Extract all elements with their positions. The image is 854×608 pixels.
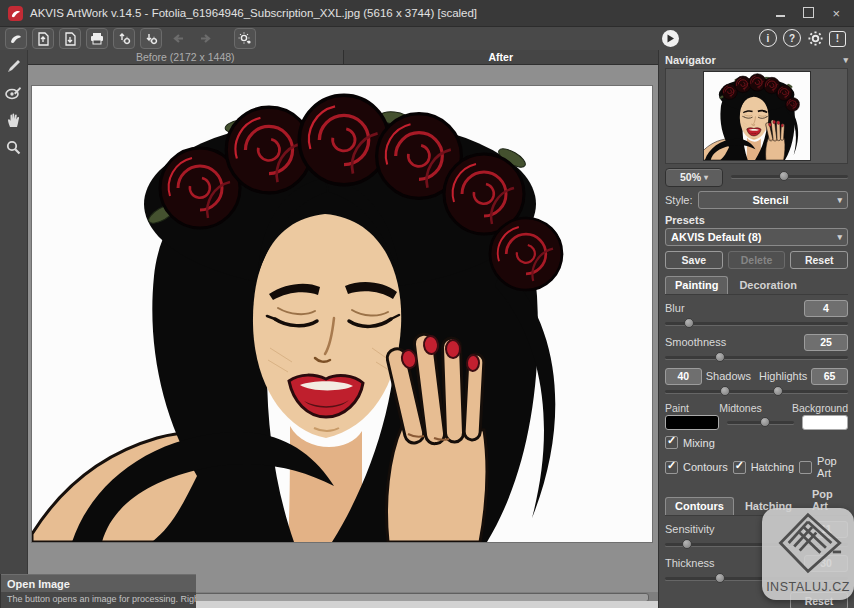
save-image-button[interactable]: [59, 28, 81, 49]
akvis-home-button[interactable]: [5, 28, 27, 49]
tab-contours[interactable]: Contours: [665, 497, 734, 515]
navigator-collapse-icon[interactable]: ▾: [843, 55, 848, 65]
smoothness-value[interactable]: 25: [804, 334, 848, 351]
style-label: Style:: [665, 194, 693, 206]
save-preset-button[interactable]: Save: [665, 251, 723, 269]
zoom-slider-track[interactable]: [731, 175, 848, 178]
watermark-text: INSTALUJ.CZ: [766, 580, 850, 594]
smoothness-slider-track[interactable]: [665, 356, 848, 359]
shadows-highlights-track[interactable]: [665, 390, 848, 393]
redo-button[interactable]: [194, 28, 216, 49]
tab-painting[interactable]: Painting: [665, 276, 728, 294]
sensitivity-label: Sensitivity: [665, 523, 715, 535]
thickness-slider-knob[interactable]: [715, 573, 725, 583]
maximize-icon: [803, 7, 814, 18]
hand-tool-button[interactable]: [3, 110, 24, 130]
import-presets-button[interactable]: [113, 28, 135, 49]
undo-button[interactable]: [167, 28, 189, 49]
view-tabs: Before (2172 x 1448) After: [28, 50, 658, 65]
preview-brush-tool-button[interactable]: [3, 83, 24, 103]
style-dropdown[interactable]: Stencil ▾: [698, 191, 848, 209]
preview-brush-icon: [5, 85, 22, 101]
zoom-slider[interactable]: [731, 172, 848, 182]
open-file-icon: [37, 32, 50, 46]
shadows-label: Shadows: [706, 370, 751, 382]
pencil-tool-button[interactable]: [3, 56, 24, 76]
hint-body: The button opens an image for processing…: [1, 592, 196, 608]
delete-preset-button[interactable]: Delete: [728, 251, 786, 269]
navigator-thumbnail[interactable]: [704, 72, 810, 160]
tab-before[interactable]: Before (2172 x 1448): [28, 50, 344, 64]
midtones-slider-knob[interactable]: [760, 417, 770, 427]
chevron-down-icon: ▾: [704, 173, 708, 182]
navigator-preview[interactable]: [665, 68, 848, 164]
popart-checkbox-label: Pop Art: [817, 455, 848, 479]
shadows-slider-knob[interactable]: [720, 386, 730, 396]
maximize-button[interactable]: [803, 7, 814, 20]
close-button[interactable]: ×: [832, 7, 840, 20]
midtones-slider[interactable]: [727, 418, 794, 428]
check-icon: ✓: [667, 459, 676, 472]
app-logo-icon: [8, 6, 23, 21]
highlights-slider-knob[interactable]: [773, 386, 783, 396]
contours-checkbox-label: Contours: [683, 461, 728, 473]
contours-checkbox[interactable]: ✓: [665, 461, 678, 474]
chevron-down-icon: ▾: [837, 232, 842, 242]
minimize-icon: [776, 15, 785, 17]
tab-after[interactable]: After: [344, 50, 659, 64]
reset-preset-button[interactable]: Reset: [790, 251, 848, 269]
image-canvas-area: Before (2172 x 1448) After: [28, 50, 658, 608]
preferences-quick-button[interactable]: [234, 28, 256, 49]
run-processing-button[interactable]: [662, 30, 679, 47]
shadows-value[interactable]: 40: [665, 368, 702, 385]
redo-arrow-icon: [199, 33, 212, 44]
export-presets-button[interactable]: [140, 28, 162, 49]
feedback-button[interactable]: !: [829, 31, 846, 47]
help-icon: ?: [789, 33, 795, 44]
hatching-checkbox[interactable]: ✓: [733, 461, 746, 474]
smoothness-slider-knob[interactable]: [715, 352, 725, 362]
hand-icon: [6, 112, 21, 128]
sensitivity-slider-knob[interactable]: [682, 539, 692, 549]
zoom-level-dropdown[interactable]: 50% ▾: [665, 168, 723, 187]
presets-label: Presets: [665, 214, 848, 226]
zoom-tool-button[interactable]: [3, 137, 24, 157]
tab-decoration[interactable]: Decoration: [730, 277, 805, 294]
navigator-header: Navigator ▾: [665, 53, 848, 66]
pencil-icon: [6, 58, 22, 74]
undo-arrow-icon: [172, 33, 185, 44]
style-value: Stencil: [704, 194, 838, 206]
zoom-slider-knob[interactable]: [779, 171, 789, 181]
hatching-checkbox-label: Hatching: [751, 461, 794, 473]
paint-color-swatch[interactable]: [665, 415, 719, 430]
popart-checkbox[interactable]: [799, 461, 812, 474]
app-window: AKVIS ArtWork v.14.5 - Fotolia_61964946_…: [0, 0, 854, 608]
blur-slider-knob[interactable]: [684, 318, 694, 328]
title-bar: AKVIS ArtWork v.14.5 - Fotolia_61964946_…: [0, 0, 854, 27]
chevron-down-icon: ▾: [837, 195, 842, 205]
blur-slider[interactable]: [665, 319, 848, 329]
settings-button[interactable]: [807, 30, 823, 46]
mixing-checkbox[interactable]: ✓: [665, 436, 678, 449]
presets-dropdown[interactable]: AKVIS Default (8) ▾: [665, 228, 848, 246]
artwork-image[interactable]: [32, 86, 652, 542]
gear-icon: [808, 31, 823, 46]
presets-value: AKVIS Default (8): [671, 231, 837, 243]
midtones-label: Midtones: [689, 402, 792, 414]
highlights-label: Highlights: [759, 370, 807, 382]
about-button[interactable]: i: [759, 29, 777, 47]
exclamation-icon: !: [836, 33, 839, 44]
thickness-label: Thickness: [665, 557, 715, 569]
toolbar: i ? !: [0, 27, 854, 51]
open-image-button[interactable]: [32, 28, 54, 49]
minimize-button[interactable]: [776, 7, 785, 20]
print-button[interactable]: [86, 28, 108, 49]
background-color-swatch[interactable]: [802, 415, 848, 430]
printer-icon: [90, 32, 104, 45]
highlights-value[interactable]: 65: [811, 368, 848, 385]
shadows-highlights-slider[interactable]: [665, 387, 848, 397]
background-label: Background: [792, 402, 848, 414]
smoothness-slider[interactable]: [665, 353, 848, 363]
blur-value[interactable]: 4: [804, 300, 848, 317]
help-button[interactable]: ?: [783, 29, 801, 47]
